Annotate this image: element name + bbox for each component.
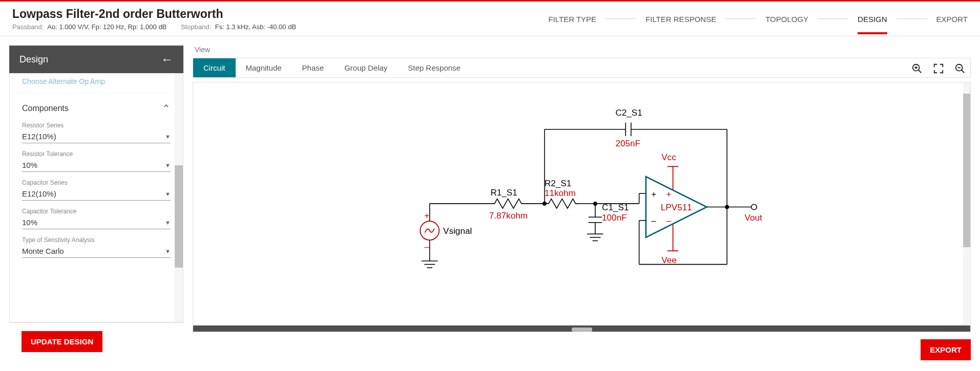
step-filter-response[interactable]: FILTER RESPONSE (645, 4, 716, 34)
c2-value: 205nF (615, 138, 640, 148)
svg-point-45 (752, 204, 757, 210)
caret-down-icon: ▼ (165, 162, 171, 168)
components-section-header[interactable]: Components ⌃ (10, 93, 183, 122)
sidebar-title: Design (19, 54, 48, 65)
sidebar-scroll-thumb[interactable] (175, 165, 183, 268)
caret-down-icon: ▼ (165, 134, 171, 140)
subheader: Passband: Ao: 1.000 V/V, Fp: 120 Hz, Rp:… (12, 23, 308, 31)
tab-group-delay[interactable]: Group Delay (334, 58, 398, 77)
resistor-tolerance-label: Resistor Tolerance (22, 150, 171, 158)
step-filter-type[interactable]: FILTER TYPE (548, 4, 596, 34)
step-separator (606, 18, 636, 19)
zoom-controls (911, 63, 966, 77)
zoom-out-icon[interactable] (954, 63, 966, 77)
zoom-in-icon[interactable] (911, 63, 923, 77)
circuit-canvas[interactable]: + – Vsignal R1_S1 7.87kohm (193, 82, 971, 332)
resistor-series-label: Resistor Series (22, 122, 171, 129)
svg-line-5 (962, 70, 965, 73)
opamp-plus2: + (666, 189, 671, 199)
passband-label: Passband: (12, 23, 44, 31)
back-arrow-icon[interactable]: ← (161, 52, 173, 67)
step-separator (725, 18, 756, 19)
step-topology[interactable]: TOPOLOGY (765, 4, 808, 34)
canvas-horizontal-scrollbar[interactable] (193, 325, 970, 332)
resistor-series-select[interactable]: E12(10%) ▼ (22, 130, 171, 143)
vsignal-minus: – (424, 242, 429, 252)
caret-down-icon: ▼ (165, 191, 171, 197)
vout-label: Vout (744, 212, 762, 223)
tab-circuit[interactable]: Circuit (193, 58, 236, 77)
chevron-up-icon: ⌃ (162, 102, 171, 115)
vee-label: Vee (661, 255, 677, 265)
canvas-horizontal-handle[interactable] (572, 328, 592, 332)
step-separator (896, 18, 927, 19)
view-tabs: Circuit Magnitude Phase Group Delay Step… (193, 58, 971, 78)
view-label: View (193, 46, 971, 54)
opamp-name: LPV511 (661, 202, 692, 212)
c1-value: 100nF (602, 212, 627, 223)
stepper: FILTER TYPE FILTER RESPONSE TOPOLOGY DES… (548, 4, 968, 34)
sidebar-scrollbar[interactable] (175, 73, 183, 322)
components-label: Components (22, 104, 69, 113)
capacitor-tolerance-label: Capacitor Tolerance (22, 208, 171, 215)
sensitivity-analysis-label: Type of Senstivity Analysis (22, 236, 171, 244)
opamp-minus: – (651, 215, 656, 226)
step-design[interactable]: DESIGN (858, 4, 887, 34)
c2-name: C2_S1 (615, 107, 642, 118)
tab-magnitude[interactable]: Magnitude (236, 58, 292, 77)
r1-value: 7.87kohm (489, 210, 528, 221)
sensitivity-analysis-value: Monte Carlo (22, 247, 64, 255)
stopband-label: Stopband: (181, 23, 211, 31)
capacitor-series-label: Capacitor Series (22, 179, 171, 186)
tab-step-response[interactable]: Step Response (398, 58, 471, 77)
step-separator (818, 18, 848, 19)
sensitivity-analysis-select[interactable]: Monte Carlo ▼ (22, 245, 171, 258)
caret-down-icon: ▼ (165, 220, 171, 226)
r1-name: R1_S1 (490, 187, 517, 198)
opamp-minus2: – (666, 215, 671, 226)
capacitor-series-select[interactable]: E12(10%) ▼ (22, 187, 171, 201)
svg-line-1 (919, 70, 922, 73)
stopband-value: Fs: 1.3 kHz, Asb: -40.00 dB (215, 23, 296, 31)
top-bar: Lowpass Filter-2nd order Butterworth Pas… (0, 2, 980, 36)
passband-value: Ao: 1.000 V/V, Fp: 120 Hz, Rp: 1.000 dB (47, 23, 166, 31)
capacitor-tolerance-select[interactable]: 10% ▼ (22, 216, 171, 229)
vsignal-label: Vsignal (443, 226, 472, 236)
caret-down-icon: ▼ (165, 248, 171, 254)
resistor-series-value: E12(10%) (22, 132, 56, 141)
r2-value: 11kohm (545, 188, 576, 198)
r2-name: R2_S1 (545, 178, 571, 188)
resistor-tolerance-value: 10% (22, 161, 37, 169)
sidebar-header: Design ← (9, 46, 183, 73)
opamp-plus: + (651, 189, 656, 199)
choose-alt-opamp-link[interactable]: Choose Alternate Op Amp (10, 73, 183, 93)
fullscreen-icon[interactable] (933, 63, 944, 77)
resistor-tolerance-select[interactable]: 10% ▼ (22, 159, 171, 172)
canvas-vertical-scrollbar[interactable] (963, 82, 970, 325)
page-title: Lowpass Filter-2nd order Butterworth (12, 7, 308, 21)
canvas-vertical-thumb[interactable] (963, 94, 970, 247)
sidebar: Design ← Choose Alternate Op Amp Compone… (9, 46, 183, 360)
capacitor-tolerance-value: 10% (22, 218, 37, 227)
capacitor-series-value: E12(10%) (22, 189, 56, 198)
update-design-button[interactable]: UPDATE DESIGN (22, 331, 102, 352)
circuit-schematic: + – Vsignal R1_S1 7.87kohm (193, 82, 970, 332)
export-button[interactable]: EXPORT (921, 339, 971, 360)
content-area: View Circuit Magnitude Phase Group Delay… (193, 46, 971, 360)
step-export[interactable]: EXPORT (936, 4, 968, 34)
vcc-label: Vcc (661, 152, 676, 162)
tab-phase[interactable]: Phase (292, 58, 335, 77)
vsignal-plus: + (424, 210, 429, 221)
